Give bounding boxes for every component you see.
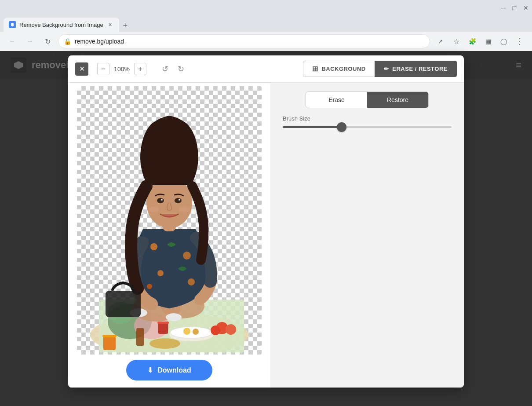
- tab-favicon: [9, 21, 16, 28]
- subject-svg: [86, 88, 253, 352]
- tool-tab-buttons: ⊞ BACKGROUND ✏ ERASE / RESTORE: [303, 61, 457, 77]
- refresh-button[interactable]: ↻: [40, 34, 55, 48]
- svg-rect-36: [106, 291, 141, 317]
- brush-size-section: Brush Size: [279, 115, 455, 128]
- redo-icon: ↻: [178, 64, 184, 74]
- brush-size-label: Brush Size: [283, 115, 452, 122]
- forward-button[interactable]: →: [23, 34, 37, 48]
- svg-point-30: [157, 198, 164, 203]
- nav-bar: ← → ↻ 🔒 remove.bg/upload ↗ ☆ 🧩 ▦: [0, 32, 532, 51]
- extensions-button[interactable]: 🧩: [465, 34, 479, 48]
- tab-background-button[interactable]: ⊞ BACKGROUND: [303, 61, 375, 77]
- download-label: Download: [157, 366, 191, 374]
- close-window-btn[interactable]: ✕: [523, 4, 528, 11]
- svg-point-11: [226, 324, 236, 335]
- erase-label: Erase: [328, 96, 345, 103]
- zoom-out-icon: −: [101, 65, 105, 73]
- tab-title: Remove Background from Image: [19, 22, 103, 28]
- bookmark-button[interactable]: ☆: [449, 34, 463, 48]
- brush-slider-thumb[interactable]: [337, 122, 346, 132]
- sidebar-icon: ▦: [485, 38, 491, 45]
- redo-button[interactable]: ↻: [175, 63, 187, 75]
- svg-point-8: [183, 328, 190, 335]
- modal-body: ⬇ Download Erase Restore: [68, 83, 464, 388]
- erase-restore-toggle: Erase Restore: [306, 91, 429, 108]
- active-tab[interactable]: Remove Background from Image ✕: [4, 18, 119, 32]
- profile-button[interactable]: ◯: [497, 34, 511, 48]
- zoom-value: 100%: [113, 66, 131, 73]
- share-button[interactable]: ↗: [434, 34, 448, 48]
- tab-close-btn[interactable]: ✕: [107, 21, 114, 28]
- zoom-out-button[interactable]: −: [97, 63, 109, 75]
- pencil-icon: ✏: [384, 66, 389, 72]
- address-bar[interactable]: 🔒 remove.bg/upload: [58, 34, 430, 48]
- undo-icon: ↺: [162, 64, 168, 74]
- minimize-btn[interactable]: ─: [501, 4, 506, 11]
- svg-point-7: [170, 327, 212, 338]
- nav-actions: ↗ ☆ 🧩 ▦ ◯ ⋮: [434, 34, 527, 48]
- image-area: ⬇ Download: [68, 83, 270, 388]
- svg-point-32: [161, 199, 163, 201]
- subject-image: [77, 86, 262, 355]
- download-icon: ⬇: [147, 366, 153, 374]
- image-container: [77, 86, 262, 355]
- svg-point-33: [179, 199, 180, 201]
- sidebar-toggle-button[interactable]: ▦: [481, 34, 495, 48]
- back-button[interactable]: ←: [5, 34, 19, 48]
- zoom-controls: − 100% +: [97, 63, 146, 75]
- restore-button[interactable]: Restore: [367, 92, 428, 108]
- tab-erase-restore-button[interactable]: ✏ ERASE / RESTORE: [375, 61, 457, 77]
- svg-point-31: [175, 198, 182, 203]
- zoom-in-button[interactable]: +: [134, 63, 146, 75]
- back-icon: ←: [9, 37, 16, 45]
- brush-slider-track: [283, 126, 452, 128]
- more-button[interactable]: ⋮: [513, 34, 527, 48]
- svg-point-18: [149, 338, 180, 349]
- lock-icon: 🔒: [64, 38, 71, 45]
- erase-button[interactable]: Erase: [306, 92, 367, 108]
- svg-point-9: [193, 329, 199, 335]
- download-button[interactable]: ⬇ Download: [126, 360, 212, 380]
- tab-background-label: BACKGROUND: [321, 66, 365, 72]
- close-icon: ✕: [79, 65, 85, 73]
- star-icon: ☆: [453, 37, 459, 46]
- share-icon: ↗: [438, 38, 443, 45]
- svg-point-34: [149, 206, 159, 212]
- more-icon: ⋮: [516, 37, 524, 46]
- zoom-in-icon: +: [138, 65, 142, 73]
- svg-point-35: [179, 206, 190, 212]
- new-tab-button[interactable]: +: [119, 19, 131, 32]
- refresh-icon: ↻: [45, 37, 51, 46]
- svg-point-26: [188, 278, 195, 285]
- svg-rect-16: [102, 335, 117, 337]
- svg-point-25: [157, 270, 164, 276]
- profile-icon: ◯: [500, 38, 507, 45]
- svg-point-12: [211, 326, 220, 335]
- browser-chrome: ─ □ ✕ Remove Background from Image ✕ + ←…: [0, 0, 532, 51]
- tab-bar: Remove Background from Image ✕ +: [0, 16, 532, 32]
- forward-icon: →: [26, 37, 33, 45]
- right-panel: Erase Restore Brush Size: [270, 83, 464, 388]
- tab-erase-restore-label: ERASE / RESTORE: [392, 66, 448, 72]
- modal-top-bar: ✕ − 100% + ↺ ↻: [68, 55, 464, 83]
- svg-point-24: [183, 252, 191, 260]
- restore-label: Restore: [387, 96, 408, 103]
- svg-point-27: [147, 284, 152, 289]
- layers-icon: ⊞: [312, 65, 318, 73]
- svg-rect-14: [157, 322, 169, 324]
- modal-overlay: ✕ − 100% + ↺ ↻: [0, 51, 532, 406]
- modal-dialog: ✕ − 100% + ↺ ↻: [68, 55, 464, 388]
- url-text: remove.bg/upload: [75, 38, 124, 45]
- undo-button[interactable]: ↺: [159, 63, 171, 75]
- brush-slider-fill: [283, 126, 342, 128]
- page-content: removebg ≡ ✕ − 100% +: [0, 51, 532, 406]
- svg-rect-17: [136, 328, 144, 346]
- modal-close-button[interactable]: ✕: [75, 62, 88, 76]
- svg-point-23: [150, 243, 157, 250]
- title-bar: ─ □ ✕: [0, 0, 532, 16]
- maximize-btn[interactable]: □: [513, 4, 516, 11]
- history-controls: ↺ ↻: [159, 63, 187, 75]
- svg-point-22: [166, 313, 182, 321]
- extensions-icon: 🧩: [469, 38, 476, 45]
